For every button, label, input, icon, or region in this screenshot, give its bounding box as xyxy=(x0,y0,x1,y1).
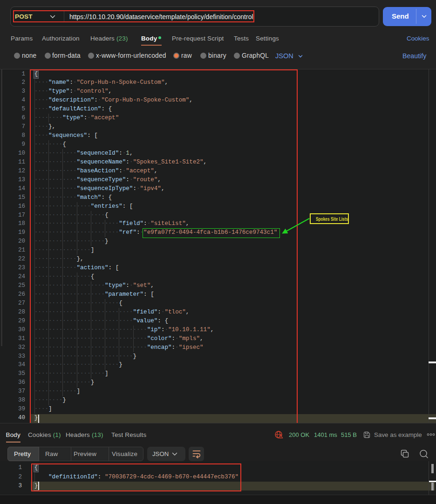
svg-text:!: ! xyxy=(280,436,281,438)
